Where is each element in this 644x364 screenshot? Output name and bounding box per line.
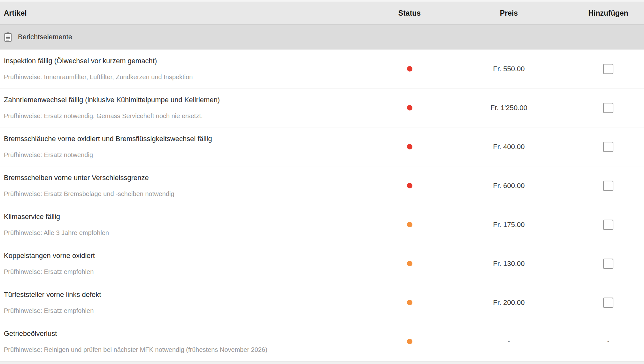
article-cell: Getriebeölverlust Prüfhinweise: Reinigen… (0, 330, 374, 353)
column-header-hinzufuegen: Hinzufügen (572, 9, 644, 18)
article-hint: Prüfhinweise: Ersatz empfohlen (4, 307, 374, 314)
price-value: Fr. 175.00 (493, 221, 525, 229)
table-body: Inspektion fällig (Ölwechsel vor kurzem … (0, 49, 644, 361)
add-dash: - (607, 338, 610, 345)
article-title: Zahnriemenwechsel fällig (inklusive Kühl… (4, 96, 374, 104)
status-cell (374, 66, 445, 72)
status-dot-red (407, 105, 412, 110)
section-row-berichtselemente: Berichtselemente (0, 25, 644, 49)
article-title: Getriebeölverlust (4, 330, 374, 337)
article-cell: Bremsschläuche vorne oxidiert und Bremsf… (0, 135, 374, 158)
article-hint: Prüfhinweise: Alle 3 Jahre empfohlen (4, 229, 374, 236)
article-title: Inspektion fällig (Ölwechsel vor kurzem … (4, 57, 374, 65)
column-header-artikel: Artikel (0, 9, 374, 18)
price-cell: Fr. 130.00 (445, 260, 572, 268)
article-title: Koppelstangen vorne oxidiert (4, 252, 374, 260)
price-cell: Fr. 550.00 (445, 65, 572, 73)
add-cell (572, 103, 644, 113)
add-cell (572, 142, 644, 152)
section-label: Berichtselemente (18, 33, 72, 41)
price-dash: - (508, 338, 510, 345)
table-row: Getriebeölverlust Prüfhinweise: Reinigen… (0, 322, 644, 361)
article-hint: Prüfhinweise: Innenraumfilter, Luftfilte… (4, 73, 374, 80)
table-row: Zahnriemenwechsel fällig (inklusive Kühl… (0, 88, 644, 127)
add-checkbox[interactable] (603, 181, 613, 191)
price-cell: Fr. 1'250.00 (445, 104, 572, 112)
price-value: Fr. 600.00 (493, 182, 525, 190)
price-value: Fr. 400.00 (493, 143, 525, 151)
table-row: Koppelstangen vorne oxidiert Prüfhinweis… (0, 244, 644, 283)
status-dot-red (407, 183, 412, 188)
status-dot-orange (407, 261, 412, 266)
price-value: Fr. 130.00 (493, 260, 525, 268)
status-cell (374, 222, 445, 227)
add-cell (572, 259, 644, 269)
status-dot-orange (407, 222, 412, 227)
article-cell: Koppelstangen vorne oxidiert Prüfhinweis… (0, 252, 374, 275)
price-value: Fr. 200.00 (493, 299, 525, 307)
status-dot-red (407, 66, 412, 72)
status-dot-orange (407, 300, 412, 305)
status-cell (374, 144, 445, 149)
price-cell: Fr. 200.00 (445, 299, 572, 307)
status-cell (374, 339, 445, 344)
article-title: Türfeststeller vorne links defekt (4, 291, 374, 299)
add-cell (572, 220, 644, 230)
add-checkbox[interactable] (603, 142, 613, 152)
status-cell (374, 183, 445, 188)
table-header-row: Artikel Status Preis Hinzufügen (0, 2, 644, 25)
table-row: Bremsschläuche vorne oxidiert und Bremsf… (0, 127, 644, 166)
article-title: Bremsscheiben vorne unter Verschleissgre… (4, 174, 374, 182)
add-cell (572, 298, 644, 308)
add-checkbox[interactable] (603, 64, 613, 74)
article-cell: Bremsscheiben vorne unter Verschleissgre… (0, 174, 374, 197)
table-row: Inspektion fällig (Ölwechsel vor kurzem … (0, 49, 644, 88)
clipboard-icon (4, 32, 12, 42)
table-row: Klimaservice fällig Prüfhinweise: Alle 3… (0, 205, 644, 244)
price-cell: - (445, 338, 572, 345)
price-value: Fr. 1'250.00 (490, 104, 527, 112)
table-row: Türfeststeller vorne links defekt Prüfhi… (0, 283, 644, 322)
article-cell: Klimaservice fällig Prüfhinweise: Alle 3… (0, 213, 374, 236)
article-cell: Inspektion fällig (Ölwechsel vor kurzem … (0, 57, 374, 80)
column-header-preis: Preis (445, 9, 572, 18)
add-checkbox[interactable] (603, 259, 613, 269)
price-cell: Fr. 175.00 (445, 221, 572, 229)
article-hint: Prüfhinweise: Ersatz empfohlen (4, 268, 374, 275)
table-row: Bremsscheiben vorne unter Verschleissgre… (0, 166, 644, 205)
price-cell: Fr. 400.00 (445, 143, 572, 151)
article-hint: Prüfhinweise: Reinigen und prüfen bei nä… (4, 346, 374, 353)
add-checkbox[interactable] (603, 103, 613, 113)
bottom-edge-strip (0, 361, 644, 364)
status-cell (374, 300, 445, 305)
article-title: Klimaservice fällig (4, 213, 374, 221)
add-cell (572, 181, 644, 191)
status-cell (374, 105, 445, 110)
price-cell: Fr. 600.00 (445, 182, 572, 190)
add-checkbox[interactable] (603, 220, 613, 230)
add-cell: - (572, 338, 644, 345)
article-hint: Prüfhinweise: Ersatz notwendig (4, 151, 374, 158)
column-header-status: Status (374, 9, 445, 18)
status-cell (374, 261, 445, 266)
price-value: Fr. 550.00 (493, 65, 525, 73)
article-hint: Prüfhinweise: Ersatz Bremsbeläge und -sc… (4, 190, 374, 197)
status-dot-orange (407, 339, 412, 344)
status-dot-red (407, 144, 412, 149)
article-hint: Prüfhinweise: Ersatz notwendig. Gemäss S… (4, 112, 374, 119)
article-cell: Türfeststeller vorne links defekt Prüfhi… (0, 291, 374, 314)
article-title: Bremsschläuche vorne oxidiert und Bremsf… (4, 135, 374, 143)
add-cell (572, 64, 644, 74)
add-checkbox[interactable] (603, 298, 613, 308)
article-cell: Zahnriemenwechsel fällig (inklusive Kühl… (0, 96, 374, 119)
